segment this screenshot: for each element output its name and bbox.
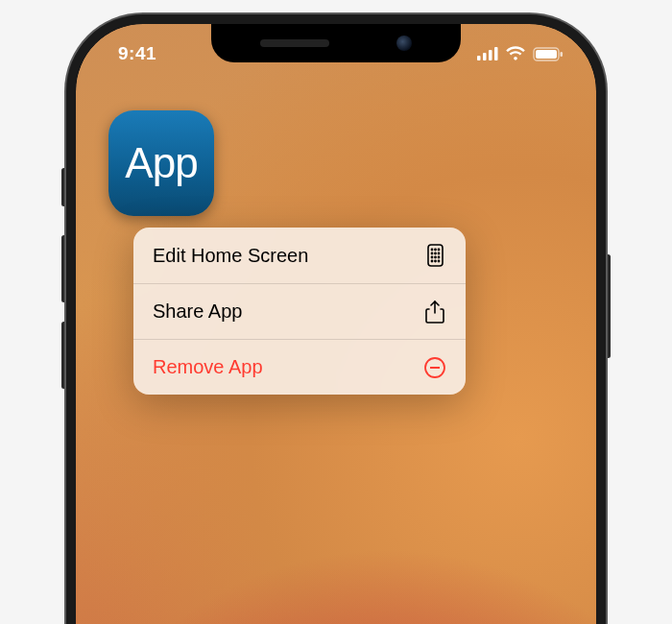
svg-rect-2 [489, 50, 492, 60]
svg-point-15 [434, 256, 435, 257]
cellular-signal-icon [477, 47, 498, 60]
iphone-frame: 9:41 [66, 14, 606, 624]
svg-rect-5 [536, 50, 557, 59]
context-menu: Edit Home Screen Share App [133, 228, 466, 395]
status-bar: 9:41 [76, 40, 596, 67]
menu-item-label: Edit Home Screen [153, 245, 308, 267]
svg-point-8 [431, 249, 432, 250]
menu-item-remove-app[interactable]: Remove App [133, 339, 466, 395]
menu-item-label: Share App [153, 300, 242, 323]
svg-point-16 [438, 256, 439, 257]
home-grid-icon [423, 244, 446, 267]
svg-point-9 [434, 249, 435, 250]
menu-item-share-app[interactable]: Share App [133, 283, 466, 339]
svg-point-18 [434, 260, 435, 261]
wifi-icon [505, 46, 526, 61]
svg-rect-3 [494, 47, 498, 60]
battery-icon [533, 47, 564, 61]
svg-point-14 [431, 256, 432, 257]
svg-rect-1 [483, 53, 487, 60]
menu-item-edit-home-screen[interactable]: Edit Home Screen [133, 228, 466, 283]
svg-point-12 [434, 252, 435, 253]
svg-point-17 [431, 260, 432, 261]
home-screen: 9:41 [76, 24, 596, 624]
remove-circle-icon [423, 356, 446, 379]
svg-rect-6 [561, 52, 564, 57]
app-icon-label: App [125, 139, 197, 187]
svg-rect-7 [428, 245, 443, 266]
share-icon [423, 300, 446, 324]
svg-point-10 [438, 249, 439, 250]
status-time: 9:41 [118, 43, 156, 64]
menu-item-label: Remove App [153, 356, 263, 378]
svg-point-19 [438, 260, 439, 261]
svg-rect-0 [477, 56, 481, 60]
svg-point-11 [431, 252, 432, 253]
app-icon[interactable]: App [108, 110, 214, 216]
svg-point-13 [438, 252, 439, 253]
side-button[interactable] [606, 254, 611, 358]
